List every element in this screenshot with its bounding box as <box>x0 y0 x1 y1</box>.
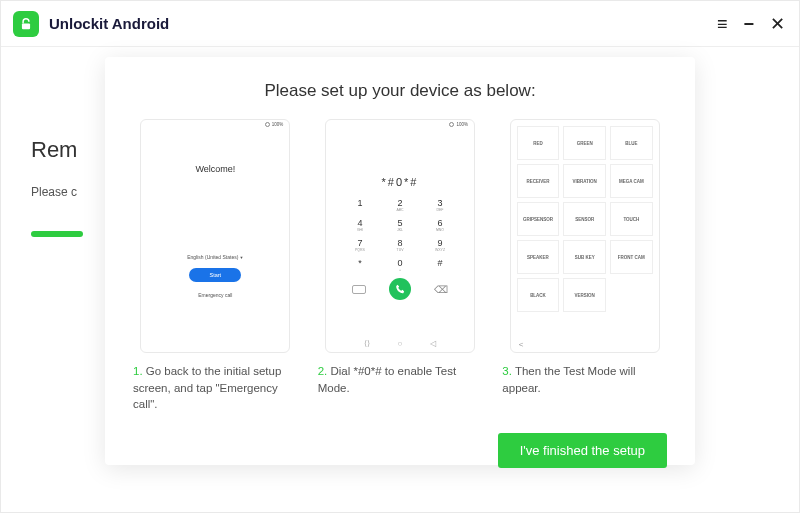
phone3-back: < <box>511 336 659 352</box>
phone2-code: *#0*# <box>382 176 419 188</box>
background-subtext: Please c <box>31 185 83 199</box>
dial-key: 7PQRS <box>340 238 380 252</box>
minimize-button[interactable]: − <box>743 15 754 33</box>
step-3-text: Then the Test Mode will appear. <box>502 365 635 394</box>
backspace-icon: ⌫ <box>434 284 448 295</box>
testmode-cell: VERSION <box>563 278 606 312</box>
phone1-emergency: Emergency call <box>198 292 232 298</box>
background-content: Rem Please c <box>31 61 83 237</box>
step-1: 100% Welcome! English (United States) St… <box>133 119 298 413</box>
phone-mock-welcome: 100% Welcome! English (United States) St… <box>140 119 290 353</box>
svg-rect-0 <box>22 23 30 29</box>
step-1-text: Go back to the initial setup screen, and… <box>133 365 281 410</box>
phone2-dialpad: 12ABC3DEF4GHI5JKL6MNO7PQRS8TUV9WXYZ*0+# <box>340 198 460 272</box>
testmode-cell: BLUE <box>610 126 653 160</box>
dial-key: # <box>420 258 460 272</box>
phone3-grid: REDGREENBLUERECEIVERVIBRATIONMEGA CAMGRI… <box>511 120 659 336</box>
step-2-caption: 2. Dial *#0*# to enable Test Mode. <box>318 363 483 396</box>
step-1-num: 1. <box>133 365 143 377</box>
dial-key: 5JKL <box>380 218 420 232</box>
step-3-num: 3. <box>502 365 512 377</box>
step-2-num: 2. <box>318 365 328 377</box>
step-2-text: Dial *#0*# to enable Test Mode. <box>318 365 457 394</box>
dial-key: 9WXYZ <box>420 238 460 252</box>
phone1-status: 100% <box>272 122 284 127</box>
phone-mock-testmode: REDGREENBLUERECEIVERVIBRATIONMEGA CAMGRI… <box>510 119 660 353</box>
phone1-welcome: Welcome! <box>195 164 235 174</box>
testmode-cell: GREEN <box>563 126 606 160</box>
menu-icon[interactable]: ≡ <box>717 15 728 33</box>
testmode-cell: SENSOR <box>563 202 606 236</box>
testmode-cell: SUB KEY <box>563 240 606 274</box>
dial-key: * <box>340 258 380 272</box>
progress-bar <box>31 231 83 237</box>
dial-key: 2ABC <box>380 198 420 212</box>
app-title: Unlockit Android <box>49 15 169 32</box>
background-heading: Rem <box>31 137 83 163</box>
finish-setup-button[interactable]: I've finished the setup <box>498 433 667 468</box>
phone2-nav: ⟨⟩○◁ <box>350 339 450 348</box>
testmode-cell: TOUCH <box>610 202 653 236</box>
phone2-status: 100% <box>456 122 468 127</box>
testmode-cell: GRIPSENSOR <box>517 202 560 236</box>
dial-key: 8TUV <box>380 238 420 252</box>
close-button[interactable]: ✕ <box>770 15 785 33</box>
testmode-cell: RECEIVER <box>517 164 560 198</box>
dial-key: 3DEF <box>420 198 460 212</box>
phone-mock-dialer: 100% *#0*# 12ABC3DEF4GHI5JKL6MNO7PQRS8TU… <box>325 119 475 353</box>
titlebar: Unlockit Android ≡ − ✕ <box>1 1 799 47</box>
testmode-cell: FRONT CAM <box>610 240 653 274</box>
testmode-cell: SPEAKER <box>517 240 560 274</box>
app-logo <box>13 11 39 37</box>
dial-key: 0+ <box>380 258 420 272</box>
testmode-cell: BLACK <box>517 278 560 312</box>
video-icon <box>352 285 366 294</box>
dial-key: 1 <box>340 198 380 212</box>
setup-modal: Please set up your device as below: 100%… <box>105 57 695 465</box>
call-icon <box>389 278 411 300</box>
testmode-cell: VIBRATION <box>563 164 606 198</box>
testmode-cell: MEGA CAM <box>610 164 653 198</box>
phone1-start-button: Start <box>189 268 241 282</box>
step-1-caption: 1. Go back to the initial setup screen, … <box>133 363 298 413</box>
phone1-lang: English (United States) <box>187 254 243 260</box>
dial-key: 4GHI <box>340 218 380 232</box>
step-3: REDGREENBLUERECEIVERVIBRATIONMEGA CAMGRI… <box>502 119 667 413</box>
steps-row: 100% Welcome! English (United States) St… <box>133 119 667 413</box>
testmode-cell: RED <box>517 126 560 160</box>
step-3-caption: 3. Then the Test Mode will appear. <box>502 363 667 396</box>
modal-title: Please set up your device as below: <box>133 81 667 101</box>
step-2: 100% *#0*# 12ABC3DEF4GHI5JKL6MNO7PQRS8TU… <box>318 119 483 413</box>
dial-key: 6MNO <box>420 218 460 232</box>
